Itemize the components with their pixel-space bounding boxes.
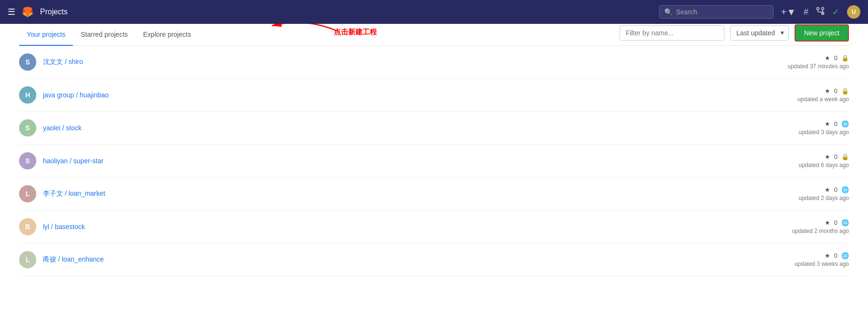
star-icon: ★ <box>825 153 830 160</box>
lock-icon: 🔒 <box>841 153 849 160</box>
project-avatar: S <box>19 152 36 169</box>
project-info: yaolei / stock <box>43 124 763 132</box>
project-item[interactable]: B lyl / basestock ★ 0 🌐 updated 2 months… <box>19 211 849 243</box>
updated-text: updated 6 days ago <box>763 162 849 169</box>
project-name: yaolei / stock <box>43 124 763 132</box>
star-icon: ★ <box>825 54 830 62</box>
project-info: java group / huajinbao <box>43 91 763 99</box>
updated-text: updated 3 days ago <box>763 129 849 136</box>
globe-icon: 🌐 <box>841 120 849 127</box>
project-avatar: S <box>19 53 36 71</box>
updated-text: updated 3 weeks ago <box>763 261 849 267</box>
project-stats: ★ 0 🌐 updated 2 months ago <box>763 219 849 234</box>
updated-text: updated 2 days ago <box>763 195 849 201</box>
project-avatar: B <box>19 218 36 235</box>
project-name: 李子文 / loan_market <box>43 190 763 198</box>
stats-row: ★ 0 🌐 <box>763 252 849 259</box>
svg-point-9 <box>822 7 824 10</box>
lock-icon: 🔒 <box>841 54 849 62</box>
star-count: 0 <box>834 120 837 127</box>
project-item[interactable]: S yaolei / stock ★ 0 🌐 updated 3 days ag… <box>19 112 849 145</box>
project-info: haoliyan / super-star <box>43 157 763 165</box>
star-count: 0 <box>834 87 837 95</box>
project-info: lyl / basestock <box>43 223 763 231</box>
search-icon: 🔍 <box>664 8 672 16</box>
user-avatar[interactable]: U <box>847 5 860 19</box>
updated-text: updated 2 months ago <box>763 228 849 234</box>
merge-requests-icon[interactable] <box>816 7 825 18</box>
header-left: ☰ Projects <box>8 5 659 19</box>
project-avatar: S <box>19 119 36 137</box>
project-info: 沈文文 / shiro <box>43 58 763 66</box>
project-item[interactable]: H java group / huajinbao ★ 0 🔒 updated a… <box>19 79 849 112</box>
stats-row: ★ 0 🌐 <box>763 186 849 193</box>
header: ☰ Projects 🔍 +▼ # <box>0 0 868 24</box>
project-item[interactable]: S haoliyan / super-star ★ 0 🔒 updated 6 … <box>19 145 849 178</box>
star-count: 0 <box>834 219 837 226</box>
project-stats: ★ 0 🌐 updated 3 days ago <box>763 120 849 136</box>
header-title: Projects <box>40 8 68 16</box>
star-icon: ★ <box>825 120 830 127</box>
tab-your-projects[interactable]: Your projects <box>19 24 73 46</box>
project-avatar: H <box>19 86 36 104</box>
new-project-button[interactable]: New project <box>795 24 849 42</box>
project-stats: ★ 0 🌐 updated 3 weeks ago <box>763 252 849 267</box>
project-avatar: L <box>19 185 36 202</box>
header-icons: +▼ # ✓ U <box>781 5 861 19</box>
star-icon: ★ <box>825 219 830 226</box>
star-count: 0 <box>834 54 837 62</box>
project-item[interactable]: S 沈文文 / shiro ★ 0 🔒 updated 37 minutes a… <box>19 46 849 79</box>
project-stats: ★ 0 🌐 updated 2 days ago <box>763 186 849 201</box>
project-stats: ★ 0 🔒 updated a week ago <box>763 87 849 103</box>
filter-input[interactable] <box>620 25 724 41</box>
tabs-bar: Your projects Starred projects Explore p… <box>19 24 849 46</box>
updated-text: updated a week ago <box>763 96 849 103</box>
project-name: java group / huajinbao <box>43 91 763 99</box>
globe-icon: 🌐 <box>841 252 849 259</box>
tab-explore-projects[interactable]: Explore projects <box>135 24 198 46</box>
main-content: Your projects Starred projects Explore p… <box>0 24 868 276</box>
project-item[interactable]: L 李子文 / loan_market ★ 0 🌐 updated 2 days… <box>19 178 849 211</box>
hamburger-icon[interactable]: ☰ <box>8 7 15 17</box>
lock-icon: 🔒 <box>841 87 849 95</box>
sort-select[interactable]: Last updated <box>730 25 789 41</box>
star-icon: ★ <box>825 186 830 193</box>
globe-icon: 🌐 <box>841 186 849 193</box>
project-name: lyl / basestock <box>43 223 763 231</box>
verified-icon[interactable]: ✓ <box>832 7 839 17</box>
search-box: 🔍 <box>659 5 774 19</box>
project-item[interactable]: L 甬骏 / loan_enhance ★ 0 🌐 updated 3 week… <box>19 243 849 276</box>
stats-row: ★ 0 🔒 <box>763 54 849 62</box>
star-count: 0 <box>834 252 837 259</box>
project-info: 李子文 / loan_market <box>43 190 763 198</box>
project-list: S 沈文文 / shiro ★ 0 🔒 updated 37 minutes a… <box>19 46 849 276</box>
project-name: haoliyan / super-star <box>43 157 763 165</box>
project-name: 甬骏 / loan_enhance <box>43 255 763 264</box>
star-icon: ★ <box>825 252 830 259</box>
stats-row: ★ 0 🔒 <box>763 87 849 95</box>
project-stats: ★ 0 🔒 updated 6 days ago <box>763 153 849 169</box>
tabs-toolbar: Last updated ▼ New project <box>620 24 849 45</box>
project-avatar: L <box>19 251 36 268</box>
hash-icon[interactable]: # <box>804 7 808 17</box>
project-info: 甬骏 / loan_enhance <box>43 255 763 264</box>
svg-point-7 <box>817 7 819 10</box>
updated-text: updated 37 minutes ago <box>763 63 849 70</box>
star-count: 0 <box>834 186 837 193</box>
plus-icon[interactable]: +▼ <box>781 7 796 18</box>
star-icon: ★ <box>825 87 830 95</box>
project-name: 沈文文 / shiro <box>43 58 763 66</box>
gitlab-logo <box>21 5 34 19</box>
sort-wrapper: Last updated ▼ <box>730 25 789 41</box>
stats-row: ★ 0 🌐 <box>763 120 849 127</box>
tab-starred-projects[interactable]: Starred projects <box>73 24 135 46</box>
search-input[interactable] <box>676 8 768 16</box>
stats-row: ★ 0 🌐 <box>763 219 849 226</box>
star-count: 0 <box>834 153 837 160</box>
stats-row: ★ 0 🔒 <box>763 153 849 160</box>
globe-icon: 🌐 <box>841 219 849 226</box>
project-stats: ★ 0 🔒 updated 37 minutes ago <box>763 54 849 70</box>
